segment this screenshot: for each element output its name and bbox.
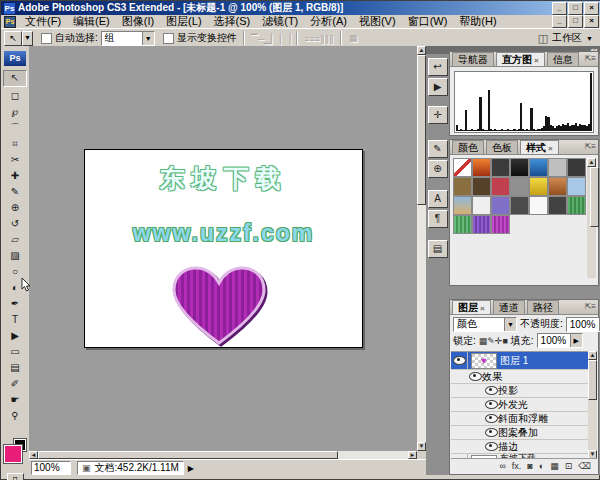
- panel-menu-icon[interactable]: ⇱≡: [585, 53, 596, 64]
- panel-menu-icon[interactable]: ⇱≡: [585, 141, 596, 152]
- history-panel-icon[interactable]: ↩: [428, 58, 448, 76]
- doc-minimize-button[interactable]: _: [552, 15, 567, 28]
- opacity-field[interactable]: 100% ▶: [566, 317, 600, 332]
- style-swatch-15[interactable]: [453, 196, 472, 215]
- layer-row[interactable]: 效果: [451, 370, 588, 384]
- style-swatch-24[interactable]: [491, 215, 510, 234]
- show-transform-checkbox[interactable]: [163, 33, 174, 44]
- layer-name[interactable]: 图层 1: [500, 354, 528, 368]
- maximize-button[interactable]: □: [568, 2, 583, 15]
- layer-row[interactable]: 外发光: [451, 398, 588, 412]
- layer-comps-panel-icon[interactable]: ▤: [428, 240, 448, 258]
- layers-tab-通道[interactable]: 通道: [493, 300, 525, 314]
- close-button[interactable]: ×: [584, 2, 599, 15]
- menu-视图(V)[interactable]: 视图(V): [353, 15, 402, 27]
- eyedropper-tool[interactable]: ✐: [4, 376, 26, 391]
- quick-selection-tool[interactable]: ⌒: [4, 120, 26, 135]
- scroll-down-icon[interactable]: ▼: [417, 442, 426, 451]
- scroll-left-icon[interactable]: ◄: [29, 451, 38, 459]
- slice-tool[interactable]: ✂: [4, 152, 26, 167]
- style-swatch-10[interactable]: [491, 177, 510, 196]
- menu-分析(A)[interactable]: 分析(A): [304, 15, 353, 27]
- effect-name[interactable]: 投影: [498, 384, 518, 398]
- menu-文件(F)[interactable]: 文件(F): [19, 15, 67, 27]
- style-swatch-17[interactable]: [491, 196, 510, 215]
- histogram-tab-信息[interactable]: 信息: [547, 52, 579, 66]
- layers-scroll-thumb[interactable]: [588, 360, 597, 400]
- clone-stamp-tool[interactable]: ⊕: [4, 200, 26, 215]
- style-swatch-19[interactable]: [529, 196, 548, 215]
- menu-帮助(H)[interactable]: 帮助(H): [453, 15, 502, 27]
- rectangular-marquee-tool[interactable]: ◻: [4, 88, 26, 103]
- align-left-edges-icon[interactable]: ▏: [271, 34, 278, 44]
- pen-tool[interactable]: ✒: [4, 296, 26, 311]
- layers-tab-路径[interactable]: 路径: [527, 300, 559, 314]
- vertical-scrollbar[interactable]: ▲ ▼: [417, 46, 426, 451]
- brushes-panel-icon[interactable]: ✎: [428, 140, 448, 158]
- link-layers-icon[interactable]: ∞: [499, 461, 505, 471]
- blend-mode-dropdown[interactable]: 颜色 ▼: [453, 317, 517, 332]
- eye-icon[interactable]: [485, 386, 498, 395]
- move-tool-icon[interactable]: ↖: [4, 31, 22, 46]
- layer-row[interactable]: 投影: [451, 384, 588, 398]
- menu-编辑(E)[interactable]: 编辑(E): [67, 15, 116, 27]
- style-swatch-7[interactable]: [567, 158, 586, 177]
- eye-icon[interactable]: [453, 356, 466, 365]
- notes-tool[interactable]: ▤: [4, 360, 26, 375]
- eye-icon[interactable]: [485, 414, 498, 423]
- style-swatch-21[interactable]: [567, 196, 586, 215]
- eye-icon[interactable]: [485, 400, 498, 409]
- menu-滤镜(T)[interactable]: 滤镜(T): [256, 15, 304, 27]
- style-swatch-16[interactable]: [472, 196, 491, 215]
- path-selection-tool[interactable]: ▶: [4, 328, 26, 343]
- panel-menu-icon[interactable]: ⇱≡: [585, 301, 596, 312]
- style-swatch-3[interactable]: [491, 158, 510, 177]
- healing-brush-tool[interactable]: ✚: [4, 168, 26, 183]
- tool-presets-panel-icon[interactable]: ✛: [428, 106, 448, 124]
- new-layer-icon[interactable]: ⊡: [565, 461, 573, 471]
- scroll-up-icon[interactable]: ▲: [588, 351, 597, 360]
- auto-select-checkbox[interactable]: [41, 33, 52, 44]
- doc-restore-button[interactable]: □: [568, 15, 583, 28]
- title-bar[interactable]: Ps Adobe Photoshop CS3 Extended - [未标题-1…: [1, 1, 600, 15]
- dropdown-arrow-icon[interactable]: ▼: [142, 32, 154, 45]
- blur-tool[interactable]: ○: [4, 264, 26, 279]
- doc-close-button[interactable]: ×: [584, 15, 599, 28]
- layer-mask-icon[interactable]: ◙: [527, 461, 532, 471]
- distribute-right-edges-icon[interactable]: ∥: [329, 34, 334, 44]
- vertical-scroll-thumb[interactable]: [417, 55, 426, 205]
- dropdown-arrow-icon[interactable]: ▼: [504, 318, 516, 331]
- zoom-level-field[interactable]: 100%: [31, 461, 71, 475]
- clone-source-panel-icon[interactable]: ⊕: [428, 160, 448, 178]
- align-top-edges-icon[interactable]: ▔: [251, 34, 258, 44]
- adjustment-layer-icon[interactable]: ◐: [539, 461, 544, 471]
- style-swatch-8[interactable]: [453, 177, 472, 196]
- styles-tab-色板[interactable]: 色板: [486, 140, 518, 154]
- layer-row[interactable]: 斜面和浮雕: [451, 412, 588, 426]
- menu-图层(L)[interactable]: 图层(L): [160, 15, 207, 27]
- auto-align-layers-icon[interactable]: ▦: [348, 33, 359, 43]
- layer-group-icon[interactable]: ▦: [550, 461, 559, 471]
- minimize-button[interactable]: _: [552, 2, 567, 15]
- horizontal-scrollbar[interactable]: ◄ ►: [29, 451, 417, 459]
- layers-tab-图层[interactable]: 图层×: [452, 300, 491, 314]
- foreground-color-swatch[interactable]: [4, 445, 22, 463]
- align-bottom-edges-icon[interactable]: ▁: [264, 34, 271, 44]
- style-swatch-22[interactable]: [453, 215, 472, 234]
- menu-图像(I)[interactable]: 图像(I): [116, 15, 160, 27]
- effect-name[interactable]: 外发光: [498, 398, 528, 412]
- style-swatch-4[interactable]: [510, 158, 529, 177]
- character-panel-icon[interactable]: A: [428, 190, 448, 208]
- layers-scrollbar[interactable]: ▲ ▼: [588, 351, 597, 459]
- scroll-up-icon[interactable]: ▲: [417, 46, 426, 55]
- ps-logo[interactable]: Ps: [4, 51, 26, 66]
- style-swatch-20[interactable]: [548, 196, 567, 215]
- horizontal-scroll-thumb[interactable]: [38, 451, 338, 459]
- layer-style-icon[interactable]: fx.: [512, 461, 522, 471]
- scroll-up-icon[interactable]: ▲: [587, 158, 596, 167]
- actions-panel-icon[interactable]: ▶: [428, 78, 448, 96]
- style-swatch-12[interactable]: [529, 177, 548, 196]
- eraser-tool[interactable]: ▱: [4, 232, 26, 247]
- styles-scroll-thumb[interactable]: [590, 167, 599, 227]
- eye-icon[interactable]: [485, 428, 498, 437]
